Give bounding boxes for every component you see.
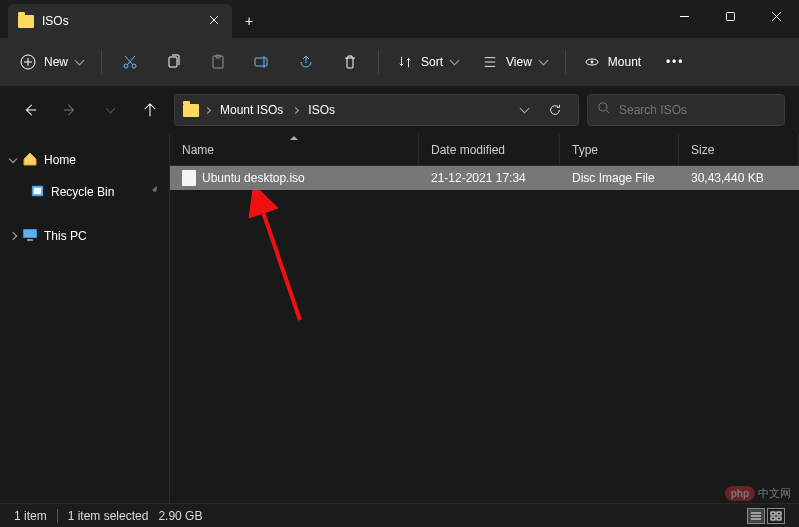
breadcrumb-item[interactable]: ISOs	[304, 101, 339, 119]
home-icon	[22, 151, 38, 170]
svg-rect-15	[27, 239, 33, 241]
refresh-button[interactable]	[540, 103, 570, 117]
search-input[interactable]	[619, 103, 774, 117]
status-size: 2.90 GB	[158, 509, 202, 523]
column-type[interactable]: Type	[560, 134, 679, 165]
sidebar-item-thispc[interactable]: This PC	[0, 220, 169, 252]
navbar: Mount ISOs ISOs	[0, 86, 799, 134]
disc-image-icon	[182, 170, 196, 186]
thumbnails-view-button[interactable]	[767, 508, 785, 524]
details-view-button[interactable]	[747, 508, 765, 524]
svg-rect-12	[34, 188, 42, 195]
search-box[interactable]	[587, 94, 785, 126]
new-tab-button[interactable]: +	[232, 4, 266, 38]
svg-rect-7	[255, 58, 267, 66]
rename-icon	[254, 54, 270, 70]
file-pane: Name Date modified Type Size Ubuntu desk…	[170, 134, 799, 503]
new-button[interactable]: New	[10, 45, 93, 79]
view-button[interactable]: View	[472, 45, 557, 79]
svg-rect-14	[24, 230, 36, 237]
svg-rect-16	[771, 512, 775, 515]
maximize-button[interactable]	[707, 0, 753, 32]
mount-label: Mount	[608, 55, 641, 69]
column-size[interactable]: Size	[679, 134, 799, 165]
trash-icon	[342, 54, 358, 70]
watermark: php 中文网	[725, 486, 791, 501]
sidebar-label: Home	[44, 153, 76, 167]
minimize-button[interactable]	[661, 0, 707, 32]
svg-point-9	[591, 61, 593, 63]
scissors-icon	[122, 54, 138, 70]
svg-rect-0	[726, 12, 734, 20]
mount-button[interactable]: Mount	[574, 45, 651, 79]
file-name-cell: Ubuntu desktop.iso	[170, 170, 419, 186]
sort-button[interactable]: Sort	[387, 45, 468, 79]
more-icon: •••	[666, 55, 685, 69]
rename-button[interactable]	[242, 45, 282, 79]
titlebar: ISOs +	[0, 0, 799, 38]
clipboard-icon	[210, 54, 226, 70]
breadcrumb-item[interactable]: Mount ISOs	[216, 101, 287, 119]
file-date-cell: 21-12-2021 17:34	[419, 171, 560, 185]
chevron-right-icon	[9, 232, 17, 240]
more-button[interactable]: •••	[655, 45, 695, 79]
up-button[interactable]	[134, 94, 166, 126]
chevron-right-icon	[292, 106, 299, 113]
copy-icon	[166, 54, 182, 70]
plus-circle-icon	[20, 54, 36, 70]
view-label: View	[506, 55, 532, 69]
sort-icon	[397, 54, 413, 70]
sidebar-item-recycle[interactable]: Recycle Bin	[0, 176, 169, 208]
svg-rect-19	[777, 517, 781, 520]
svg-point-10	[599, 103, 607, 111]
recycle-icon	[30, 183, 45, 201]
statusbar: 1 item 1 item selected 2.90 GB	[0, 503, 799, 527]
new-label: New	[44, 55, 68, 69]
folder-icon	[183, 104, 199, 117]
breadcrumb[interactable]: Mount ISOs ISOs	[174, 94, 579, 126]
chevron-down-icon	[538, 56, 548, 66]
svg-rect-18	[771, 517, 775, 520]
chevron-down-icon	[519, 104, 529, 114]
chevron-right-icon	[204, 106, 211, 113]
chevron-down-icon	[75, 56, 85, 66]
view-toggle	[747, 508, 785, 524]
column-name[interactable]: Name	[170, 134, 419, 165]
share-icon	[298, 54, 314, 70]
sidebar-item-home[interactable]: Home	[0, 144, 169, 176]
paste-button[interactable]	[198, 45, 238, 79]
tab-close-button[interactable]	[206, 14, 222, 28]
sort-label: Sort	[421, 55, 443, 69]
share-button[interactable]	[286, 45, 326, 79]
pin-icon	[145, 183, 162, 201]
svg-point-3	[132, 64, 136, 68]
chevron-down-icon	[450, 56, 460, 66]
search-icon	[598, 102, 611, 118]
cut-button[interactable]	[110, 45, 150, 79]
chevron-down-icon	[105, 104, 115, 114]
back-button[interactable]	[14, 94, 46, 126]
breadcrumb-dropdown[interactable]	[514, 108, 534, 112]
delete-button[interactable]	[330, 45, 370, 79]
copy-button[interactable]	[154, 45, 194, 79]
toolbar: New Sort View Mount •••	[0, 38, 799, 86]
sidebar: Home Recycle Bin This PC	[0, 134, 170, 503]
sidebar-label: This PC	[44, 229, 87, 243]
column-date[interactable]: Date modified	[419, 134, 560, 165]
sort-indicator-icon	[290, 136, 298, 140]
recent-button[interactable]	[94, 94, 126, 126]
forward-button[interactable]	[54, 94, 86, 126]
folder-icon	[18, 15, 34, 28]
file-type-cell: Disc Image File	[560, 171, 679, 185]
content: Home Recycle Bin This PC Name Date modif…	[0, 134, 799, 503]
svg-rect-17	[777, 512, 781, 515]
pc-icon	[22, 227, 38, 246]
tab-active[interactable]: ISOs	[8, 4, 232, 38]
status-count: 1 item	[14, 509, 47, 523]
chevron-down-icon	[9, 154, 17, 162]
mount-icon	[584, 54, 600, 70]
close-button[interactable]	[753, 0, 799, 32]
svg-point-2	[124, 64, 128, 68]
status-selected: 1 item selected	[68, 509, 149, 523]
file-row[interactable]: Ubuntu desktop.iso 21-12-2021 17:34 Disc…	[170, 166, 799, 190]
